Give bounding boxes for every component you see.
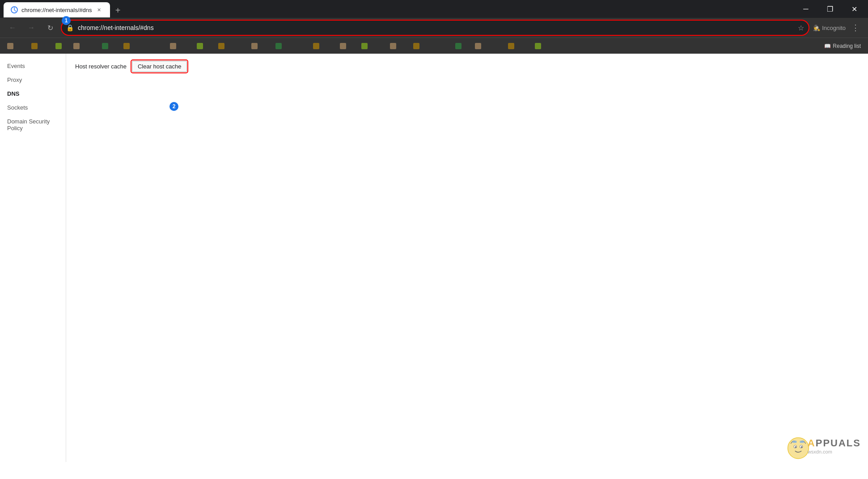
close-button[interactable]: ✕: [844, 2, 864, 16]
reading-list-icon: 📖: [824, 43, 831, 49]
title-bar: chrome://net-internals/#dns ✕ + ─ ❐ ✕: [0, 0, 868, 18]
address-bar-actions: 🕵 Incognito ⋮: [813, 21, 863, 35]
svg-point-5: [801, 446, 802, 448]
bookmark-item[interactable]: [70, 40, 97, 52]
main-content: 2 Host resolver cache Clear host cache: [66, 54, 868, 462]
bookmark-star-button[interactable]: ☆: [798, 24, 804, 32]
incognito-label: Incognito: [822, 25, 846, 31]
bookmark-item[interactable]: [358, 40, 385, 52]
bookmark-item[interactable]: [531, 40, 551, 52]
bookmark-item[interactable]: [272, 40, 308, 52]
minimize-button[interactable]: ─: [796, 2, 816, 16]
clear-host-cache-button[interactable]: Clear host cache: [132, 61, 187, 72]
bookmark-item[interactable]: [452, 40, 470, 52]
address-bar: ← → ↻ 🔒 1 ☆ 🕵 Incognito ⋮: [0, 18, 868, 38]
bookmark-item[interactable]: [248, 40, 270, 52]
reading-list-label: Reading list: [833, 43, 861, 49]
omnibox-lock-icon: 🔒: [66, 24, 74, 31]
bookmark-item[interactable]: [28, 40, 50, 52]
tab-title: chrome://net-internals/#dns: [21, 7, 92, 13]
watermark-brand: PPUALS: [816, 437, 861, 449]
address-input[interactable]: [62, 21, 809, 35]
refresh-button[interactable]: ↻: [43, 21, 57, 35]
bookmark-item[interactable]: [410, 40, 450, 52]
bookmark-item[interactable]: [120, 40, 165, 52]
svg-point-4: [795, 446, 796, 448]
svg-point-1: [788, 438, 809, 459]
bookmark-item[interactable]: [52, 40, 68, 52]
svg-rect-7: [800, 441, 804, 443]
sidebar-item-sockets[interactable]: Sockets: [0, 101, 66, 114]
bookmarks-bar: 📖 Reading list: [0, 38, 868, 54]
bookmark-item[interactable]: [193, 40, 213, 52]
sidebar-item-dns[interactable]: DNS: [0, 87, 66, 101]
incognito-button[interactable]: 🕵 Incognito: [813, 25, 846, 31]
bookmark-item[interactable]: [336, 40, 356, 52]
bookmark-item[interactable]: [98, 40, 118, 52]
bookmark-item[interactable]: [215, 40, 246, 52]
omnibox-wrap: 🔒 1 ☆: [62, 21, 809, 35]
active-tab[interactable]: chrome://net-internals/#dns ✕: [4, 2, 110, 17]
watermark-site: wsxdn.com: [808, 449, 832, 454]
bookmark-item[interactable]: [4, 40, 26, 52]
restore-button[interactable]: ❐: [820, 2, 840, 16]
watermark-logo: [787, 437, 805, 455]
bookmark-item[interactable]: [386, 40, 408, 52]
annotation-badge-2: 2: [169, 102, 178, 111]
forward-button[interactable]: →: [24, 21, 38, 35]
window-controls: ─ ❐ ✕: [796, 2, 864, 16]
back-button[interactable]: ←: [5, 21, 20, 35]
bookmark-item[interactable]: [504, 40, 529, 52]
watermark-a: A: [808, 437, 816, 449]
svg-rect-6: [792, 441, 797, 443]
page: Events Proxy DNS Sockets Domain Security…: [0, 54, 868, 462]
sidebar-item-proxy[interactable]: Proxy: [0, 73, 66, 87]
sidebar-item-events[interactable]: Events: [0, 59, 66, 73]
sidebar-item-domain-security-policy[interactable]: Domain Security Policy: [0, 114, 66, 135]
bookmark-item[interactable]: [471, 40, 503, 52]
watermark: APPUALS wsxdn.com: [787, 437, 861, 455]
chrome-menu-button[interactable]: ⋮: [848, 21, 863, 35]
new-tab-button[interactable]: +: [112, 4, 124, 17]
dns-section: Host resolver cache Clear host cache: [75, 61, 859, 72]
incognito-icon: 🕵: [813, 25, 820, 31]
sidebar: Events Proxy DNS Sockets Domain Security…: [0, 54, 66, 462]
reading-list-button[interactable]: 📖 Reading list: [821, 41, 864, 51]
omnibox-actions: ☆: [798, 24, 804, 32]
bookmark-item[interactable]: [309, 40, 334, 52]
tab-favicon: [11, 6, 18, 13]
annotation-badge-1: 1: [62, 16, 71, 25]
bookmark-item[interactable]: [166, 40, 191, 52]
tab-close-button[interactable]: ✕: [96, 6, 103, 13]
host-resolver-label: Host resolver cache: [75, 63, 127, 70]
